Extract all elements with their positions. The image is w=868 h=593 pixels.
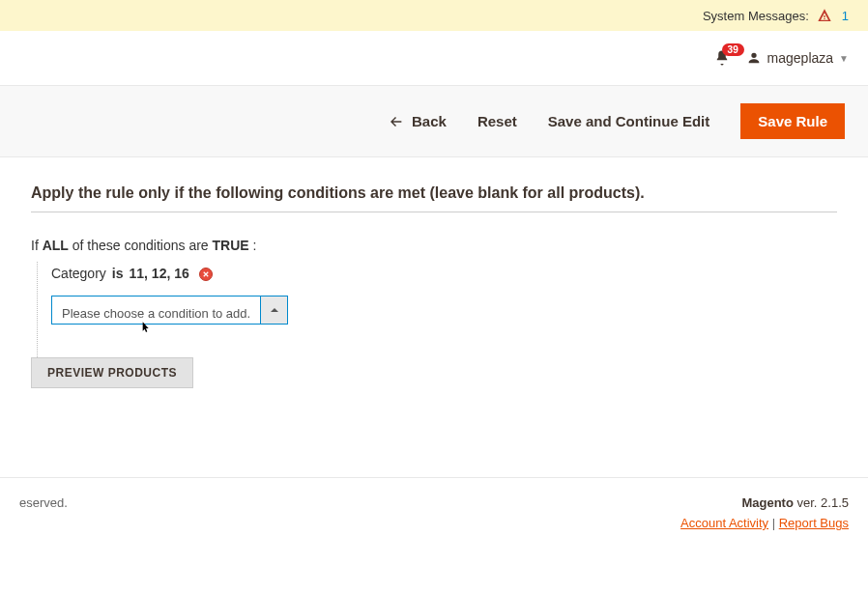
action-bar: Back Reset Save and Continue Edit Save R… — [0, 85, 868, 157]
conditions-tree: Category is 11, 12, 16 Please choose a c… — [37, 262, 837, 357]
main-content: Apply the rule only if the following con… — [0, 157, 868, 419]
system-messages-count[interactable]: 1 — [842, 9, 849, 23]
add-condition-select[interactable]: Please choose a condition to add. — [51, 296, 261, 325]
condition-value[interactable]: 11, 12, 16 — [130, 262, 189, 286]
footer-sep: | — [772, 516, 779, 530]
warning-icon — [817, 8, 832, 23]
footer-right: Magento ver. 2.1.5 Account Activity | Re… — [680, 495, 849, 530]
preview-products-button[interactable]: PREVIEW PRODUCTS — [31, 357, 193, 388]
footer-left: eserved. — [19, 495, 68, 510]
add-condition-select-wrap: Please choose a condition to add. — [51, 296, 837, 325]
cond-bool[interactable]: TRUE — [213, 238, 249, 253]
report-bugs-link[interactable]: Report Bugs — [779, 516, 849, 530]
section-title: Apply the rule only if the following con… — [31, 184, 837, 212]
save-continue-button[interactable]: Save and Continue Edit — [548, 113, 710, 129]
condition-attribute[interactable]: Category — [51, 262, 106, 286]
reset-button[interactable]: Reset — [477, 113, 517, 129]
cond-aggregator[interactable]: ALL — [43, 238, 69, 253]
account-activity-link[interactable]: Account Activity — [680, 516, 768, 530]
cond-of: of these conditions are — [72, 238, 209, 253]
topbar: 39 mageplaza ▼ — [0, 31, 868, 85]
arrow-left-icon — [389, 114, 404, 129]
cond-colon: : — [253, 238, 257, 253]
user-icon — [746, 50, 762, 66]
footer-brand: Magento — [741, 495, 793, 510]
cond-if: If — [31, 238, 39, 253]
system-messages-bar: System Messages: 1 — [0, 0, 868, 31]
back-label: Back — [412, 113, 447, 129]
footer-version: Magento ver. 2.1.5 — [680, 495, 849, 510]
notifications-badge: 39 — [722, 43, 744, 56]
username: mageplaza — [767, 50, 834, 66]
back-button[interactable]: Back — [389, 113, 447, 129]
footer-version-num: ver. 2.1.5 — [794, 495, 849, 510]
save-rule-button[interactable]: Save Rule — [740, 103, 845, 139]
user-menu[interactable]: mageplaza ▼ — [746, 50, 849, 66]
conditions-root: If ALL of these conditions are TRUE : Ca… — [31, 234, 837, 357]
add-condition-toggle[interactable] — [261, 296, 288, 325]
chevron-up-icon — [270, 305, 279, 315]
notifications-button[interactable]: 39 — [713, 49, 731, 67]
remove-condition-icon[interactable] — [199, 268, 213, 281]
footer-links: Account Activity | Report Bugs — [680, 516, 849, 530]
chevron-down-icon: ▼ — [839, 53, 849, 64]
condition-operator[interactable]: is — [112, 262, 124, 286]
condition-row: Category is 11, 12, 16 — [51, 262, 837, 286]
system-messages-label: System Messages: — [703, 9, 809, 23]
footer: eserved. Magento ver. 2.1.5 Account Acti… — [0, 477, 868, 548]
